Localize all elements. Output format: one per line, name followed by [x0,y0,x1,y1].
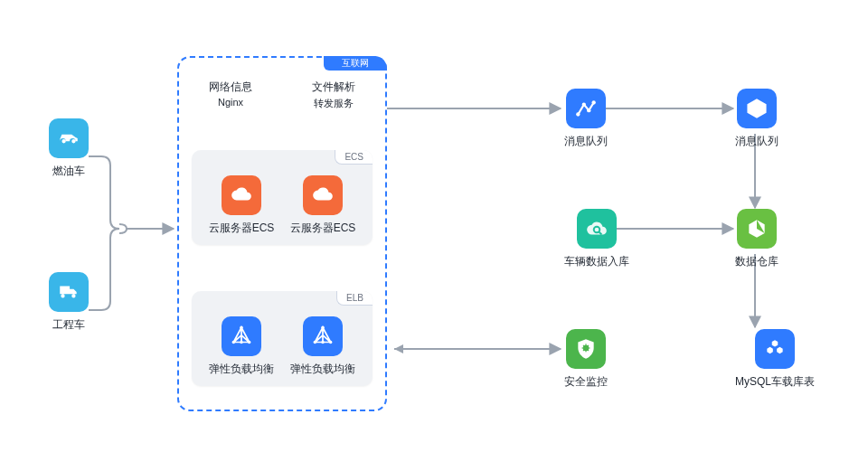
ecs-tag: ECS [335,150,373,165]
center-tab: 互联网 [324,56,387,71]
shield-gear-icon [566,329,606,369]
center-header-left: 网络信息 Nginx [209,80,252,110]
warehouse-label: 数据仓库 [735,254,778,269]
cloud-server-icon [303,175,343,215]
center-header-right: 文件解析 转发服务 [312,80,355,110]
node-truck: 工程车 [49,272,89,333]
svg-point-7 [321,341,324,344]
svg-point-5 [314,341,316,344]
node-mq-1: 消息队列 [564,89,608,149]
security-label: 安全监控 [564,374,608,390]
mq1-label: 消息队列 [564,134,608,149]
svg-point-4 [321,326,324,329]
svg-point-11 [592,100,596,104]
truck-icon [49,272,89,312]
center-header: 网络信息 Nginx 文件解析 转发服务 [179,80,385,110]
center-container: 互联网 网络信息 Nginx 文件解析 转发服务 ECS 云服务器ECS 云 [177,56,387,411]
hex-cluster-icon [755,329,795,369]
node-warehouse: 数据仓库 [735,209,778,269]
ecs-item-2: 云服务器ECS [290,175,356,236]
header-right-title: 文件解析 [312,80,355,95]
ingest-label: 车辆数据入库 [564,254,629,269]
elb-item-1-label: 弹性负载均衡 [209,362,274,377]
header-left-sub: Nginx [209,97,252,108]
elb-item-2: 弹性负载均衡 [290,316,355,377]
car-label: 燃油车 [52,164,85,179]
elb-item-1: 弹性负载均衡 [209,316,274,377]
elb-item-2-label: 弹性负载均衡 [290,362,355,377]
ecs-item-2-label: 云服务器ECS [290,221,356,236]
svg-point-10 [587,108,590,112]
node-security: 安全监控 [564,329,608,390]
header-left-title: 网络信息 [209,80,252,95]
graph-icon [566,89,606,128]
svg-point-2 [248,341,250,344]
svg-point-0 [240,326,242,329]
svg-point-6 [329,341,332,344]
car-icon [49,118,89,158]
cloud-search-icon [577,209,617,249]
ecs-item-1: 云服务器ECS [209,175,275,236]
svg-point-1 [232,341,235,344]
svg-point-8 [576,112,580,116]
truck-label: 工程车 [52,317,85,333]
load-balancer-icon [222,316,261,356]
node-mq-2: 消息队列 [735,89,778,149]
mysql-label: MySQL车载库表 [735,374,815,390]
cube-icon [737,209,777,249]
queue-icon [737,89,777,128]
node-car: 燃油车 [49,118,89,179]
ecs-item-1-label: 云服务器ECS [209,221,275,236]
cloud-server-icon [222,175,261,215]
header-right-sub: 转发服务 [312,97,355,110]
svg-point-3 [240,341,242,344]
elb-tag: ELB [336,291,373,306]
mq2-label: 消息队列 [735,134,778,149]
svg-point-9 [582,103,586,107]
ecs-card: ECS 云服务器ECS 云服务器ECS [192,150,373,245]
elb-card: ELB 弹性负载均衡 弹性负载均衡 [192,291,373,386]
load-balancer-icon [303,316,343,356]
node-ingest: 车辆数据入库 [564,209,629,269]
node-mysql: MySQL车载库表 [735,329,815,390]
